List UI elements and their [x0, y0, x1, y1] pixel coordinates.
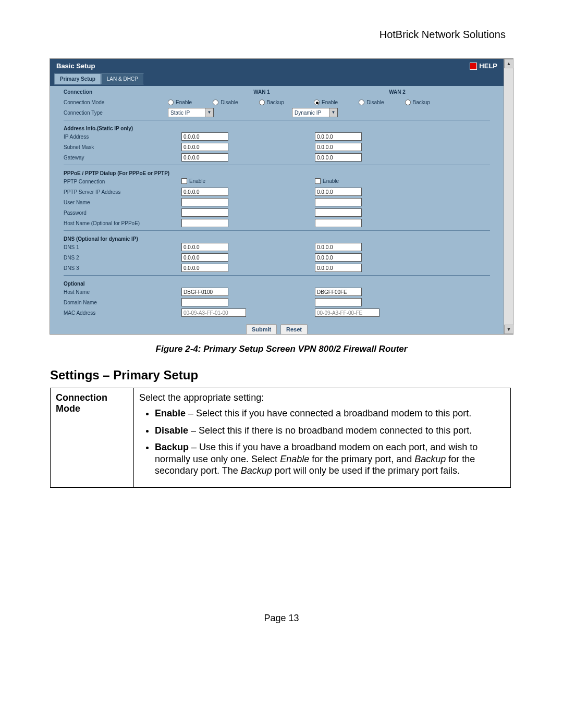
panel-titlebar: Basic Setup HELP [50, 59, 504, 73]
label-conn-type: Connection Type [64, 110, 168, 116]
wan2-dns3-input[interactable] [315, 264, 362, 272]
label-gateway: Gateway [64, 155, 168, 161]
wan2-enable-radio[interactable]: Enable [314, 100, 338, 105]
wan2-dns1-input[interactable] [315, 243, 362, 251]
bullet-bold: Enable [155, 408, 186, 418]
wan1-dns2-input[interactable] [181, 253, 228, 262]
radio-label: Disable [221, 100, 238, 105]
check-label: Enable [189, 178, 205, 184]
bullet-text: for the primary port, and [309, 454, 414, 464]
wan2-disable-radio[interactable]: Disable [359, 100, 384, 105]
section-pppoe: PPPoE / PPTP Dialup (For PPPoE or PPTP) [64, 170, 490, 176]
wan2-ip-input[interactable] [315, 132, 362, 141]
wan1-dns3-input[interactable] [181, 264, 228, 272]
panel-body: Connection WAN 1 WAN 2 Connection Mode E… [50, 86, 504, 339]
wan2-conn-type-select[interactable]: Dynamic IP ▼ [292, 108, 338, 117]
settings-heading: Settings – Primary Setup [50, 368, 198, 382]
help-icon [470, 63, 477, 70]
help-label: HELP [479, 59, 497, 73]
settings-row-content: Select the appropriate setting: Enable –… [134, 388, 511, 488]
bullet-text: port will only be used if the primary po… [272, 465, 460, 476]
section-optional: Optional [64, 281, 490, 287]
tab-lan-dhcp[interactable]: LAN & DHCP [101, 73, 144, 84]
radio-label: Backup [413, 100, 430, 105]
section-dns: DNS (Optional for dynamic IP) [64, 236, 490, 242]
settings-intro: Select the appropriate setting: [139, 392, 264, 403]
wan1-mask-input[interactable] [181, 143, 228, 151]
label-mask: Subnet Mask [64, 144, 168, 150]
label-domain: Domain Name [64, 300, 168, 305]
chevron-down-icon: ▼ [205, 108, 213, 117]
wan2-host-pppoe-input[interactable] [315, 219, 362, 227]
radio-label: Enable [176, 100, 192, 105]
wan1-mac-input [181, 309, 246, 317]
bullet-backup: Backup – Use this if you have a broadban… [155, 441, 505, 477]
bullet-bold: Disable [155, 425, 188, 436]
wan1-domain-input[interactable] [181, 298, 228, 306]
wan2-pptp-enable-check[interactable]: Enable [315, 178, 339, 184]
help-link[interactable]: HELP [470, 59, 497, 73]
page-number: Page 13 [0, 613, 563, 624]
tabs: Primary Setup LAN & DHCP [50, 73, 504, 86]
wan1-enable-radio[interactable]: Enable [168, 100, 192, 105]
bullet-italic: Backup [241, 465, 272, 476]
wan1-pptp-enable-check[interactable]: Enable [181, 178, 205, 184]
bullet-text: – Select this if there is no broadband m… [188, 425, 472, 436]
label-pptp-ip: PPTP Server IP Address [64, 189, 168, 195]
radio-label: Disable [366, 100, 384, 105]
wan2-mac-input [315, 309, 380, 317]
label-pptp: PPTP Connection [64, 179, 168, 184]
wan1-user-input[interactable] [181, 198, 228, 206]
wan1-disable-radio[interactable]: Disable [213, 100, 238, 105]
label-dns2: DNS 2 [64, 255, 168, 261]
wan1-gw-input[interactable] [181, 153, 228, 162]
wan1-host-pppoe-input[interactable] [181, 219, 228, 227]
select-value: Static IP [170, 110, 190, 116]
tab-primary-setup[interactable]: Primary Setup [54, 73, 101, 84]
wan2-dns2-input[interactable] [315, 253, 362, 262]
wan2-backup-radio[interactable]: Backup [405, 100, 430, 105]
wan2-mask-input[interactable] [315, 143, 362, 151]
page-header: HotBrick Network Solutions [380, 29, 506, 41]
chevron-down-icon: ▼ [329, 108, 337, 117]
figure-caption: Figure 2-4: Primary Setup Screen VPN 800… [0, 344, 563, 354]
router-admin-frame: ▲ ▼ Basic Setup HELP Primary Setup LAN &… [50, 58, 513, 335]
wan2-header: WAN 2 [371, 89, 423, 95]
section-address-info: Address Info.(Static IP only) [64, 126, 490, 131]
bullet-enable: Enable – Select this if you have connect… [155, 408, 505, 419]
wan2-user-input[interactable] [315, 198, 362, 206]
label-dns3: DNS 3 [64, 265, 168, 271]
reset-button[interactable]: Reset [280, 324, 308, 335]
wan1-conn-type-select[interactable]: Static IP ▼ [168, 108, 214, 117]
wan2-pass-input[interactable] [315, 208, 362, 217]
label-pass: Password [64, 210, 168, 216]
wan1-ip-input[interactable] [181, 132, 228, 141]
bullet-italic: Enable [280, 454, 309, 464]
submit-button[interactable]: Submit [246, 324, 277, 335]
label-dns1: DNS 1 [64, 244, 168, 250]
bullet-text: – Select this if you have connected a br… [186, 408, 471, 418]
label-mac: MAC Address [64, 310, 168, 316]
label-user: User Name [64, 200, 168, 205]
label-conn-mode: Connection Mode [64, 100, 168, 105]
scroll-down-icon[interactable]: ▼ [504, 325, 513, 334]
wan2-host-input[interactable] [315, 288, 362, 296]
label-ip: IP Address [64, 134, 168, 140]
bullet-disable: Disable – Select this if there is no bro… [155, 425, 505, 437]
wan2-pptp-ip-input[interactable] [315, 188, 362, 196]
scrollbar[interactable]: ▲ ▼ [504, 59, 513, 334]
wan1-header: WAN 1 [189, 89, 335, 95]
radio-label: Enable [322, 100, 338, 105]
bullet-bold: Backup [155, 442, 189, 452]
wan1-backup-radio[interactable]: Backup [259, 100, 284, 105]
select-value: Dynamic IP [295, 110, 321, 116]
wan1-pass-input[interactable] [181, 208, 228, 217]
label-host: Host Name [64, 289, 168, 295]
wan1-pptp-ip-input[interactable] [181, 188, 228, 196]
wan2-gw-input[interactable] [315, 153, 362, 162]
wan1-dns1-input[interactable] [181, 243, 228, 251]
wan2-domain-input[interactable] [315, 298, 362, 306]
settings-row-label: Connection Mode [51, 388, 134, 488]
scroll-up-icon[interactable]: ▲ [504, 59, 513, 68]
wan1-host-input[interactable] [181, 288, 228, 296]
